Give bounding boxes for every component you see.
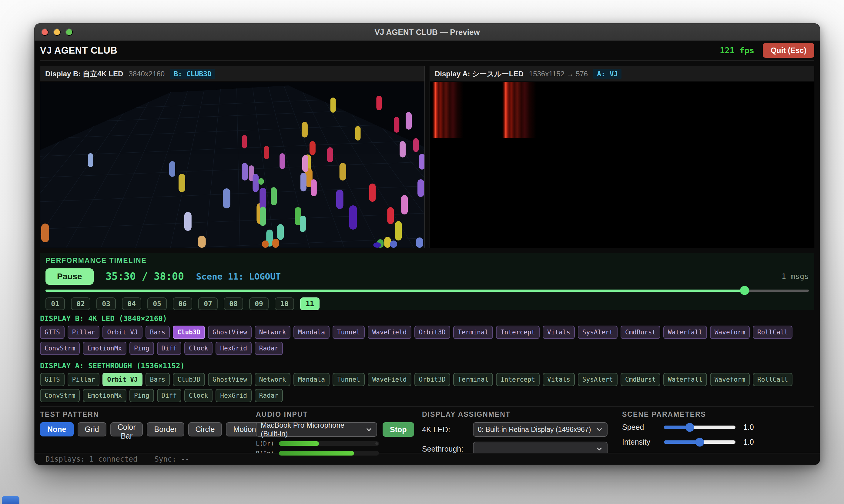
- close-window-icon[interactable]: [41, 29, 49, 36]
- display-a-scene-button-sysalert[interactable]: SysAlert: [578, 373, 618, 386]
- display-a-scenes-header: DISPLAY A: SEETHROUGH (1536×1152): [40, 362, 814, 370]
- display-a-scene-button-ghostview[interactable]: GhostView: [208, 373, 252, 386]
- display-assignment-section: DISPLAY ASSIGNMENT 4K LED:0: Built-in Re…: [422, 410, 622, 453]
- display-a-scene-button-network[interactable]: Network: [255, 373, 291, 386]
- display-b-scenes-header: DISPLAY B: 4K LED (3840×2160): [40, 314, 814, 323]
- display-b-scene-button-vitals[interactable]: Vitals: [542, 326, 575, 339]
- display-b-scene-button-ghostview[interactable]: GhostView: [208, 326, 252, 339]
- display-b-scene-button-waterfall[interactable]: Waterfall: [663, 326, 707, 339]
- display-a-scene-button-radar[interactable]: Radar: [255, 389, 283, 402]
- display-b-scene-button-cmdburst[interactable]: CmdBurst: [621, 326, 660, 339]
- display-b-scene-button-network[interactable]: Network: [255, 326, 291, 339]
- assignment-display-select[interactable]: 0: Built-in Retina Display (1496x967): [473, 422, 607, 437]
- status-sync: Sync: --: [154, 455, 189, 463]
- display-a-scene-button-diff[interactable]: Diff: [157, 389, 182, 402]
- parameter-slider-thumb[interactable]: [695, 438, 704, 447]
- test-pattern-button-color-bar[interactable]: Color Bar: [110, 422, 143, 436]
- display-a-scene-button-waterfall[interactable]: Waterfall: [663, 373, 707, 386]
- quit-button[interactable]: Quit (Esc): [763, 43, 814, 58]
- timeline-slider[interactable]: [46, 287, 809, 294]
- audio-meter-fill: [279, 451, 354, 455]
- display-b-scene-button-intercept[interactable]: Intercept: [496, 326, 540, 339]
- display-a-scene-button-gits[interactable]: GITS: [40, 373, 65, 386]
- display-b-title: Display B: 自立4K LED: [45, 69, 123, 79]
- test-pattern-button-none[interactable]: None: [40, 422, 74, 436]
- parameter-slider-thumb[interactable]: [685, 423, 694, 432]
- display-b-scene-button-gits[interactable]: GITS: [40, 326, 65, 339]
- display-a-scene-button-cmdburst[interactable]: CmdBurst: [621, 373, 660, 386]
- display-a-badge: A: VJ: [593, 69, 621, 79]
- display-b-scene-button-terminal[interactable]: Terminal: [453, 326, 493, 339]
- display-a-scene-button-tunnel[interactable]: Tunnel: [332, 373, 365, 386]
- display-b-scene-button-pillar[interactable]: Pillar: [68, 326, 100, 339]
- display-b-scene-button-waveform[interactable]: Waveform: [710, 326, 750, 339]
- display-a-scene-button-mandala[interactable]: Mandala: [293, 373, 329, 386]
- scene-button-05[interactable]: 05: [147, 298, 167, 310]
- scene-button-06[interactable]: 06: [173, 298, 192, 310]
- display-a-scene-button-waveform[interactable]: Waveform: [710, 373, 750, 386]
- display-a-scene-button-bars[interactable]: Bars: [145, 373, 170, 386]
- display-a-scene-button-pillar[interactable]: Pillar: [68, 373, 100, 386]
- audio-meter-row: L(Dr): [256, 440, 422, 447]
- display-b-scene-button-orbit3d[interactable]: Orbit3D: [414, 326, 450, 339]
- display-a-scene-button-terminal[interactable]: Terminal: [453, 373, 493, 386]
- scene-button-07[interactable]: 07: [198, 298, 218, 310]
- scene-button-09[interactable]: 09: [249, 298, 269, 310]
- test-pattern-button-grid[interactable]: Grid: [77, 422, 106, 436]
- display-a-scene-button-wavefield[interactable]: WaveField: [368, 373, 411, 386]
- display-b-scene-button-tunnel[interactable]: Tunnel: [332, 326, 365, 339]
- parameter-slider[interactable]: [664, 440, 736, 444]
- test-pattern-button-circle[interactable]: Circle: [188, 422, 222, 436]
- stop-audio-button[interactable]: Stop: [383, 422, 414, 437]
- display-a-scene-button-emotionmx[interactable]: EmotionMx: [83, 389, 126, 402]
- test-pattern-section: TEST PATTERN NoneGridColor BarBorderCirc…: [40, 410, 256, 453]
- chevron-down-icon: [366, 426, 372, 433]
- zoom-window-icon[interactable]: [66, 29, 73, 36]
- display-a-scene-button-ping[interactable]: Ping: [130, 389, 154, 402]
- display-a-scene-button-intercept[interactable]: Intercept: [496, 373, 540, 386]
- display-b-scene-button-orbit-vj[interactable]: Orbit VJ: [102, 326, 142, 339]
- scene-button-11[interactable]: 11: [300, 298, 320, 310]
- red-led-bar-cluster: [502, 82, 536, 138]
- display-a-scene-button-rollcall[interactable]: RollCall: [753, 373, 792, 386]
- audio-device-select[interactable]: MacBook Pro Microphone (Built-in): [256, 422, 377, 437]
- scene-button-08[interactable]: 08: [224, 298, 243, 310]
- display-a-scene-button-convstrm[interactable]: ConvStrm: [40, 389, 80, 402]
- display-b-scene-button-emotionmx[interactable]: EmotionMx: [83, 342, 126, 355]
- display-a-scene-button-orbit-vj[interactable]: Orbit VJ: [102, 373, 142, 386]
- display-a-scene-button-hexgrid[interactable]: HexGrid: [216, 389, 252, 402]
- display-b-scene-button-mandala[interactable]: Mandala: [293, 326, 329, 339]
- display-b-scene-button-ping[interactable]: Ping: [130, 342, 154, 355]
- display-a-scene-button-vitals[interactable]: Vitals: [542, 373, 575, 386]
- display-a-scene-button-club3d[interactable]: Club3D: [173, 373, 205, 386]
- performance-timeline-section: PERFORMANCE TIMELINE Pause 35:30 / 38:00…: [40, 253, 814, 310]
- pause-button[interactable]: Pause: [46, 268, 94, 285]
- parameter-slider[interactable]: [664, 426, 736, 429]
- display-b-scene-button-convstrm[interactable]: ConvStrm: [40, 342, 80, 355]
- titlebar[interactable]: VJ AGENT CLUB — Preview: [35, 24, 820, 41]
- display-b-panel-header: Display B: 自立4K LED 3840x2160 B: CLUB3D: [40, 66, 425, 82]
- display-b-scene-button-hexgrid[interactable]: HexGrid: [216, 342, 252, 355]
- minimize-window-icon[interactable]: [53, 29, 61, 36]
- display-b-scene-button-club3d[interactable]: Club3D: [173, 326, 205, 339]
- display-b-scene-button-radar[interactable]: Radar: [255, 342, 283, 355]
- parameter-value: 1.0: [743, 438, 754, 447]
- display-b-scene-button-clock[interactable]: Clock: [184, 342, 212, 355]
- display-b-scene-button-wavefield[interactable]: WaveField: [368, 326, 411, 339]
- scene-button-01[interactable]: 01: [46, 298, 65, 310]
- timeline-slider-thumb[interactable]: [740, 286, 749, 295]
- display-a-scene-button-orbit3d[interactable]: Orbit3D: [414, 373, 450, 386]
- display-b-scene-button-diff[interactable]: Diff: [157, 342, 182, 355]
- display-b-scene-button-sysalert[interactable]: SysAlert: [578, 326, 618, 339]
- display-b-scene-button-rollcall[interactable]: RollCall: [753, 326, 792, 339]
- scene-button-10[interactable]: 10: [275, 298, 294, 310]
- display-b-scene-button-bars[interactable]: Bars: [145, 326, 170, 339]
- timeline-slider-fill: [46, 290, 744, 292]
- audio-input-section: AUDIO INPUT MacBook Pro Microphone (Buil…: [256, 410, 422, 453]
- scene-button-02[interactable]: 02: [71, 298, 90, 310]
- display-a-scene-button-clock[interactable]: Clock: [184, 389, 212, 402]
- scene-parameters-section: SCENE PARAMETERS Speed1.0Intensity1.0: [622, 410, 814, 453]
- scene-button-04[interactable]: 04: [122, 298, 141, 310]
- test-pattern-button-border[interactable]: Border: [147, 422, 184, 436]
- scene-button-03[interactable]: 03: [97, 298, 116, 310]
